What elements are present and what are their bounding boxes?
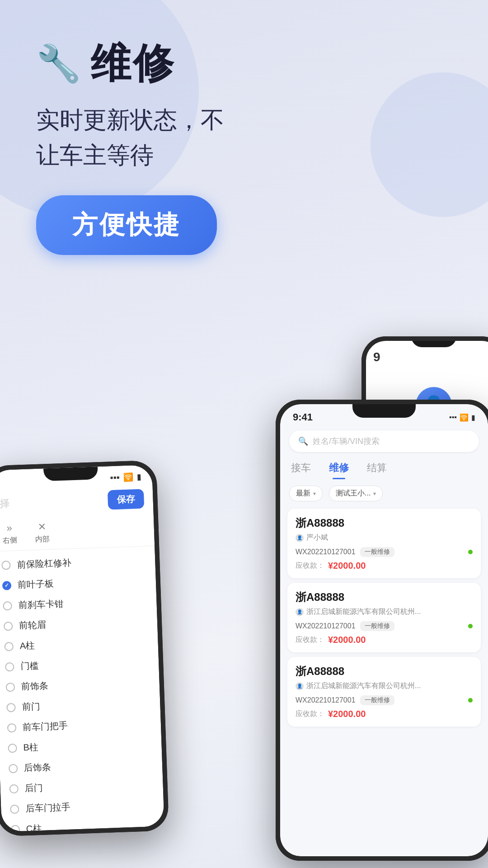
radio-circle [9,784,19,793]
order-amount-row: 应收款： ¥2000.00 [296,709,473,719]
parts-direction: » 右侧 ✕ 内部 [0,514,155,552]
radio-circle [8,743,17,753]
order-type-badge: 一般维修 [360,547,394,557]
tab-接车[interactable]: 接车 [291,461,311,479]
right-arrow: » [6,522,12,534]
order-type-badge: 一般维修 [360,695,394,705]
part-name: 前叶子板 [18,578,54,591]
direction-right[interactable]: » 右侧 [2,522,17,546]
subtitle-line1: 实时更新状态，不 [36,107,224,133]
filter-label: 测试王小... [336,489,371,498]
right-battery: ▮ [471,413,475,422]
cta-button[interactable]: 方便快捷 [36,195,217,255]
battery-icon: ▮ [136,472,141,481]
order-plate: 浙A88888 [296,664,473,679]
order-id: WX202210127001 [296,622,356,630]
amount-label: 应收款： [296,635,324,645]
order-plate: 浙A88888 [296,590,473,604]
customer-icon: 👤 [296,682,304,690]
search-bar[interactable]: 🔍 姓名/车辆/VIN搜索 [289,430,479,452]
right-wifi: 🛜 [460,413,469,422]
part-name: 前轮眉 [19,618,47,632]
right-notch [352,404,416,418]
order-status-dot [468,624,473,628]
inner-label: 内部 [35,534,50,544]
order-card[interactable]: 浙A88888 👤 浙江启城新能源汽车有限公司杭州... WX202210127… [287,583,481,652]
filter-arrow: ▾ [313,491,316,497]
order-card[interactable]: 浙A88888 👤 严小斌 WX202210127001 一般维修 应收款： ¥… [287,509,481,578]
customer-name: 浙江启城新能源汽车有限公司杭州... [306,607,421,617]
left-phone-screen: ▪▪▪ 🛜 ▮ 择 保存 » 右侧 ✕ 内部 [0,465,164,832]
right-phone-screen: 9:41 ▪▪▪ 🛜 ▮ 🔍 姓名/车辆/VIN搜索 接车维修结算 最新▾测试王… [280,404,488,856]
wifi-icon: 🛜 [123,472,133,482]
part-name: 后车门拉手 [25,801,71,815]
right-label: 右侧 [2,535,17,545]
radio-circle [4,642,14,651]
left-phone-title: 择 [0,497,9,511]
order-id: WX202210127001 [296,548,356,556]
order-amount-row: 应收款： ¥2000.00 [296,635,473,645]
order-customer: 👤 严小斌 [296,533,473,542]
filter-label: 最新 [296,489,310,498]
order-meta-row: WX202210127001 一般维修 [296,621,473,631]
header-section: 🔧 维修 实时更新状态，不 让车主等待 方便快捷 [0,0,488,273]
orders-list: 浙A88888 👤 严小斌 WX202210127001 一般维修 应收款： ¥… [280,505,488,730]
order-customer: 👤 浙江启城新能源汽车有限公司杭州... [296,681,473,691]
part-name: 后门 [24,782,43,794]
order-status-dot [468,698,473,703]
part-name: 前车门把手 [23,720,68,733]
part-name: 门槛 [20,660,39,672]
part-name: 前门 [22,700,40,713]
radio-circle [2,580,12,590]
save-button[interactable]: 保存 [108,489,144,510]
part-name: B柱 [23,741,38,754]
radio-circle [7,723,17,732]
radio-circle [9,764,18,773]
inner-arrow: ✕ [38,521,46,533]
order-meta-row: WX202210127001 一般维修 [296,547,473,557]
direction-inner[interactable]: ✕ 内部 [34,521,50,544]
filter-tester[interactable]: 测试王小...▾ [329,486,383,501]
top-right-notch [411,336,456,347]
amount-label: 应收款： [296,561,324,571]
part-name: 前饰条 [21,679,48,693]
phone-left: ▪▪▪ 🛜 ▮ 择 保存 » 右侧 ✕ 内部 [0,460,169,837]
wrench-icon: 🔧 [36,46,81,82]
radio-circle [3,601,12,610]
part-name: 后饰条 [24,761,52,774]
radio-circle [1,561,11,570]
right-signal: ▪▪▪ [449,413,457,421]
radio-circle [5,662,14,671]
order-plate: 浙A88888 [296,516,473,530]
subtitle-line2: 让车主等待 [36,142,154,168]
phones-section: 9 👤 全 ▪▪▪ 🛜 ▮ 择 保存 » [0,264,488,861]
page-title: 维修 [90,36,175,91]
order-meta-row: WX202210127001 一般维修 [296,695,473,705]
order-customer: 👤 浙江启城新能源汽车有限公司杭州... [296,607,473,617]
search-icon: 🔍 [298,436,308,446]
filter-arrow: ▾ [373,491,376,497]
parts-list: 前保险杠修补前叶子板前刹车卡钳前轮眉A柱门槛前饰条前门前车门把手B柱后饰条后门后… [0,546,164,832]
part-name: 前保险杠修补 [17,557,71,571]
tabs-row: 接车维修结算 [280,456,488,479]
radio-circle [6,703,16,712]
radio-circle [11,825,20,832]
left-notch [43,467,98,481]
tab-结算[interactable]: 结算 [367,461,387,479]
amount-value: ¥2000.00 [328,561,366,571]
header-title-row: 🔧 维修 [36,36,461,91]
search-input: 姓名/车辆/VIN搜索 [313,436,380,447]
radio-circle [6,682,15,692]
filter-row: 最新▾测试王小...▾ [280,479,488,505]
customer-icon: 👤 [296,608,304,616]
part-name: C柱 [26,822,42,832]
tab-维修[interactable]: 维修 [329,461,349,479]
radio-circle [4,621,13,631]
amount-value: ¥2000.00 [328,635,366,645]
order-id: WX202210127001 [296,696,356,704]
order-card[interactable]: 浙A88888 👤 浙江启城新能源汽车有限公司杭州... WX202210127… [287,657,481,726]
radio-circle [10,804,19,814]
amount-label: 应收款： [296,709,324,719]
filter-latest[interactable]: 最新▾ [289,486,323,501]
signal-icon: ▪▪▪ [110,472,120,483]
